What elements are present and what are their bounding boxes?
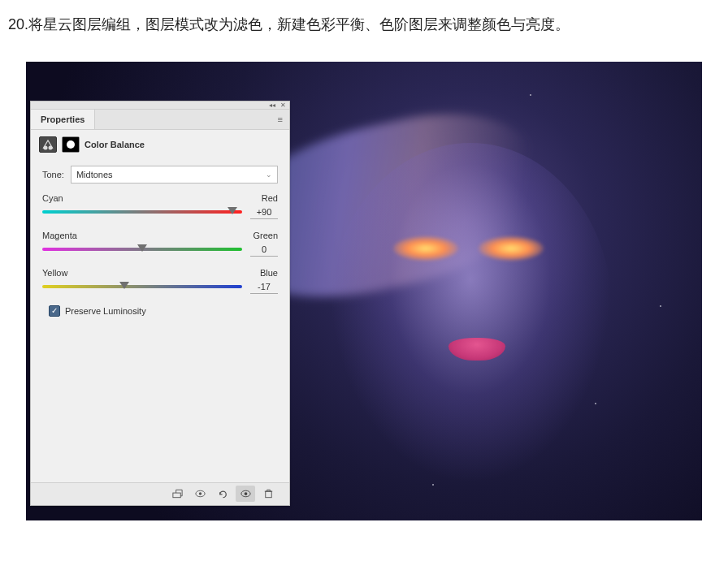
view-previous-icon[interactable]	[190, 486, 210, 502]
collapse-icon[interactable]: ◂◂	[269, 101, 275, 109]
artwork-face	[328, 143, 613, 484]
svg-point-4	[198, 492, 201, 494]
tone-value: Midtones	[76, 170, 113, 179]
artwork-lips	[448, 338, 505, 361]
color-balance-icon[interactable]	[39, 136, 57, 153]
artwork-eye-glow	[479, 236, 544, 261]
tab-properties[interactable]: Properties	[31, 110, 95, 129]
slider-track[interactable]	[42, 210, 242, 214]
panel-body: Tone: Midtones ⌄ CyanRed+90MagentaGreen0…	[31, 159, 289, 328]
slider-track[interactable]	[42, 248, 242, 251]
slider-magenta-green: MagentaGreen0	[42, 231, 278, 257]
panel-footer	[31, 482, 289, 505]
slider-value[interactable]: +90	[250, 205, 278, 219]
slider-right-label: Blue	[260, 268, 278, 278]
slider-right-label: Red	[262, 193, 278, 203]
svg-point-0	[44, 145, 48, 149]
chevron-down-icon: ⌄	[266, 171, 272, 179]
star-dot	[595, 403, 596, 404]
panel-menu-icon[interactable]: ≡	[271, 114, 289, 124]
slider-value[interactable]: 0	[250, 242, 278, 257]
svg-rect-2	[172, 493, 180, 498]
adjustment-header: Color Balance	[31, 130, 289, 159]
slider-cyan-red: CyanRed+90	[42, 193, 278, 219]
star-dot	[660, 305, 661, 307]
slider-thumb[interactable]	[137, 244, 147, 252]
slider-thumb[interactable]	[119, 282, 129, 289]
svg-point-1	[49, 145, 53, 149]
reset-icon[interactable]	[213, 486, 232, 502]
adjustment-title: Color Balance	[84, 140, 145, 149]
tone-row: Tone: Midtones ⌄	[42, 166, 278, 184]
properties-panel: ◂◂ ✕ Properties ≡ Color Balance Tone: Mi…	[30, 101, 290, 506]
preserve-luminosity-label: Preserve Luminosity	[65, 306, 146, 316]
preserve-luminosity-checkbox[interactable]: ✓	[49, 305, 60, 317]
slider-left-label: Magenta	[42, 231, 77, 240]
image-canvas: ◂◂ ✕ Properties ≡ Color Balance Tone: Mi…	[26, 62, 702, 520]
star-dot	[530, 94, 531, 96]
layer-mask-icon[interactable]	[62, 136, 80, 153]
artwork-eye-glow	[393, 236, 458, 261]
slider-left-label: Yellow	[42, 268, 67, 278]
panel-topbar: ◂◂ ✕	[31, 101, 289, 110]
slider-yellow-blue: YellowBlue-17	[42, 268, 278, 294]
slider-thumb[interactable]	[228, 207, 237, 214]
preserve-luminosity-row: ✓ Preserve Luminosity	[42, 305, 278, 317]
clip-to-layer-icon[interactable]	[167, 486, 187, 502]
panel-tabs: Properties ≡	[31, 110, 289, 130]
svg-rect-7	[265, 491, 271, 498]
visibility-icon[interactable]	[236, 486, 255, 502]
tone-select[interactable]: Midtones ⌄	[71, 166, 278, 184]
trash-icon[interactable]	[258, 486, 278, 502]
slider-left-label: Cyan	[42, 193, 63, 203]
slider-track[interactable]	[42, 285, 242, 288]
slider-right-label: Green	[253, 231, 278, 240]
instruction-text: 20.将星云图层编组，图层模式改为滤色，新建色彩平衡、色阶图层来调整颜色与亮度。	[0, 0, 728, 45]
svg-point-6	[244, 492, 247, 495]
star-dot	[432, 484, 434, 486]
close-icon[interactable]: ✕	[280, 101, 286, 109]
tone-label: Tone:	[42, 170, 64, 179]
slider-value[interactable]: -17	[250, 279, 278, 294]
